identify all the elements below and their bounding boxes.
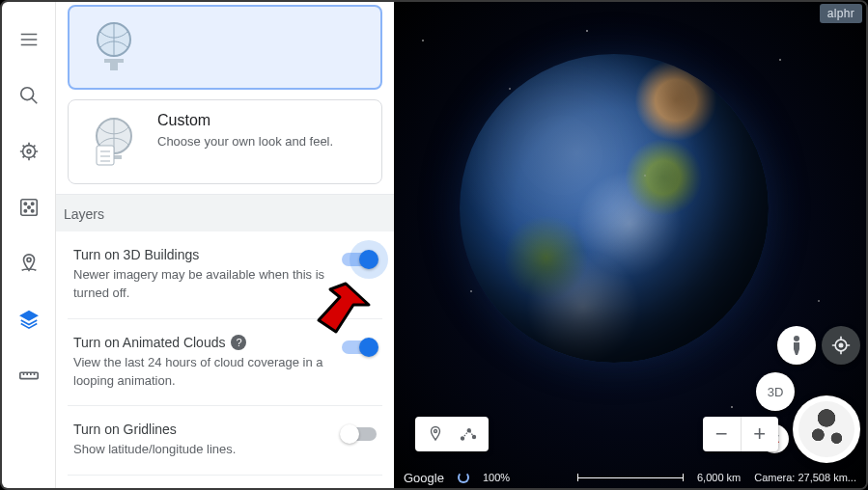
layers-section-header: Layers — [56, 194, 394, 231]
placemark-icon[interactable] — [427, 425, 444, 443]
layer-row-3d-buildings: Turn on 3D Buildings Newer imagery may b… — [68, 231, 382, 319]
zoom-out-button[interactable]: − — [703, 417, 742, 451]
svg-rect-13 — [110, 63, 118, 70]
toggle-gridlines[interactable] — [342, 427, 377, 441]
svg-point-5 — [31, 203, 33, 204]
svg-rect-10 — [19, 372, 37, 378]
globe-thumb-icon — [84, 17, 144, 77]
ruler-icon[interactable] — [10, 356, 48, 395]
svg-point-22 — [467, 429, 470, 432]
left-nav — [2, 2, 56, 488]
layer-row-animated-clouds: Turn on Animated Clouds? View the last 2… — [68, 319, 382, 407]
svg-rect-16 — [97, 146, 114, 165]
brand-label: Google — [404, 471, 444, 485]
svg-point-0 — [20, 88, 33, 100]
view-3d-button[interactable]: 3D — [756, 372, 795, 411]
compass-button[interactable] — [760, 424, 789, 453]
custom-card-desc: Choose your own look and feel. — [157, 133, 333, 150]
layer-title: Turn on Gridlines — [73, 422, 326, 437]
zoom-in-button[interactable]: + — [742, 417, 779, 451]
overview-globe[interactable] — [793, 395, 860, 463]
svg-point-2 — [27, 150, 31, 153]
map-viewport[interactable]: alphr 3D − + Google 100% 6,000 km Camera… — [394, 2, 866, 488]
pegman-button[interactable] — [777, 326, 816, 365]
path-icon[interactable] — [460, 425, 477, 443]
progress-label: 100% — [483, 472, 510, 483]
menu-icon[interactable] — [10, 20, 48, 59]
svg-point-8 — [27, 206, 29, 208]
map-style-panel: Custom Choose your own look and feel. La… — [56, 2, 394, 488]
custom-card-title: Custom — [157, 112, 333, 129]
layers-icon[interactable] — [10, 300, 48, 339]
style-card-selected[interactable] — [68, 5, 382, 90]
locate-button[interactable] — [822, 326, 860, 365]
layer-desc: Newer imagery may be available when this… — [73, 266, 326, 303]
svg-point-20 — [434, 430, 437, 433]
dice-icon[interactable] — [10, 188, 48, 227]
layer-row-gridlines: Turn on Gridlines Show latitude/longitud… — [68, 406, 382, 476]
scale-bar — [577, 477, 684, 478]
layer-title: Turn on Animated Clouds? — [73, 335, 326, 350]
svg-point-6 — [24, 209, 26, 211]
globe-custom-icon — [84, 112, 144, 172]
layer-desc: Show latitude/longitude lines. — [73, 441, 326, 459]
ship-wheel-icon[interactable] — [10, 132, 48, 171]
svg-point-7 — [31, 209, 33, 211]
svg-point-19 — [839, 343, 842, 346]
svg-point-1 — [22, 146, 35, 158]
draw-tools — [415, 417, 489, 451]
earth-globe — [460, 54, 769, 363]
map-pin-icon[interactable] — [10, 244, 48, 283]
watermark: alphr — [820, 4, 862, 23]
svg-point-9 — [26, 258, 30, 261]
svg-point-18 — [835, 340, 847, 351]
scale-label: 6,000 km — [697, 472, 741, 483]
svg-point-4 — [24, 203, 26, 204]
style-card-custom[interactable]: Custom Choose your own look and feel. — [68, 99, 382, 184]
toggle-3d-buildings[interactable] — [342, 253, 377, 266]
loading-spinner-icon — [458, 472, 469, 483]
layer-desc: View the last 24 hours of cloud coverage… — [73, 354, 326, 391]
svg-point-17 — [794, 336, 799, 341]
camera-label: Camera: 27,508 km... — [754, 472, 856, 483]
svg-point-21 — [462, 437, 464, 440]
help-icon[interactable]: ? — [231, 335, 246, 350]
toggle-animated-clouds[interactable] — [342, 340, 377, 354]
svg-point-23 — [473, 436, 476, 439]
svg-rect-12 — [104, 59, 124, 63]
map-footer: Google 100% 6,000 km Camera: 27,508 km..… — [394, 467, 866, 488]
search-icon[interactable] — [10, 76, 48, 115]
layer-title: Turn on 3D Buildings — [73, 247, 326, 262]
zoom-control: − + — [703, 417, 778, 451]
